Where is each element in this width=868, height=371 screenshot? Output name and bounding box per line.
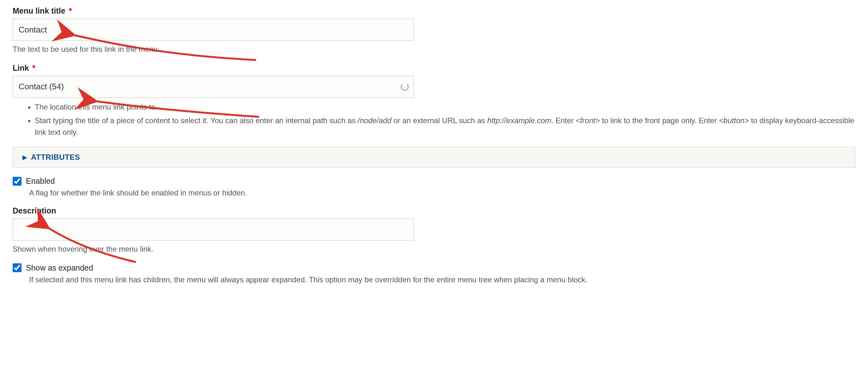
attributes-title: ATTRIBUTES (31, 153, 80, 162)
link-description-item: The location this menu link points to. (35, 101, 855, 113)
link-label: Link * (13, 64, 855, 73)
expanded-checkbox[interactable] (13, 263, 22, 272)
link-autocomplete-wrap (13, 76, 414, 98)
menu-link-title-input[interactable] (13, 19, 414, 41)
description-label: Description (13, 206, 855, 215)
menu-link-title-description: The text to be used for this link in the… (13, 44, 855, 55)
enabled-description: A flag for whether the link should be en… (29, 188, 855, 199)
expanded-label[interactable]: Show as expanded (26, 263, 93, 272)
menu-link-title-label-text: Menu link title (13, 6, 65, 15)
description-help: Shown when hovering over the menu link. (13, 244, 855, 255)
required-marker-icon: * (69, 6, 72, 15)
expanded-description: If selected and this menu link has child… (29, 274, 855, 285)
required-marker-icon: * (32, 64, 35, 72)
menu-link-title-label: Menu link title * (13, 6, 855, 15)
link-description-list: The location this menu link points to. S… (13, 101, 855, 138)
expanded-field-wrapper: Show as expanded If selected and this me… (13, 263, 855, 285)
link-field-wrapper: Link * The location this menu link point… (13, 64, 855, 138)
enabled-label[interactable]: Enabled (26, 176, 55, 186)
triangle-right-icon: ▶ (23, 154, 27, 161)
menu-link-title-field-wrapper: Menu link title * The text to be used fo… (13, 6, 855, 55)
attributes-details-toggle[interactable]: ▶ ATTRIBUTES (13, 147, 855, 168)
link-input[interactable] (13, 76, 414, 98)
link-label-text: Link (13, 64, 29, 72)
autocomplete-spinner-icon (401, 83, 409, 91)
enabled-field-wrapper: Enabled A flag for whether the link shou… (13, 176, 855, 199)
description-field-wrapper: Description Shown when hovering over the… (13, 206, 855, 255)
link-description-item: Start typing the title of a piece of con… (35, 114, 855, 138)
description-input[interactable] (13, 218, 414, 241)
enabled-checkbox[interactable] (13, 177, 22, 186)
